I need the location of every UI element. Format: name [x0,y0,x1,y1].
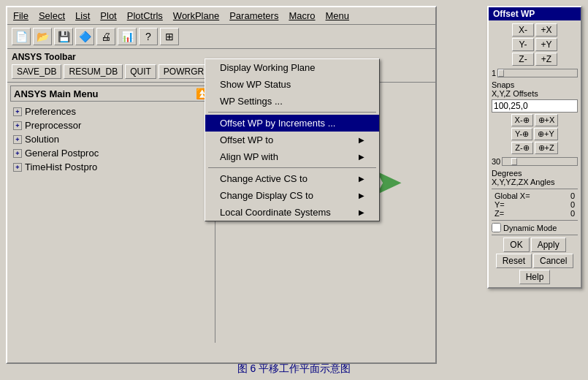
expand-icon-timehist: + [13,163,22,172]
menu-align-wp-with[interactable]: Align WP with ▶ [205,148,379,165]
menu-display-working-plane[interactable]: Display Working Plane [205,59,379,76]
submenu-arrow-offset-to: ▶ [359,136,364,144]
expand-icon-preprocessor: + [13,121,22,130]
global-x-val: 0 [570,191,575,200]
wp-title-bar: Offset WP [489,7,581,20]
wp-xrot-minus[interactable]: X-⊕ [511,114,533,126]
separator-1 [208,112,376,113]
degrees-slider[interactable] [502,157,578,166]
ansys-main-window: File Select List Plot PlotCtrls WorkPlan… [6,6,437,364]
wp-xrot-plus[interactable]: ⊕+X [535,114,559,126]
menu-plotctrls[interactable]: PlotCtrls [126,10,164,21]
menu-plot[interactable]: Plot [99,10,118,21]
menu-file[interactable]: File [12,10,30,21]
tree-general-postproc[interactable]: + General Postproc [10,146,212,160]
offset-wp-panel: Offset WP X- +X Y- +Y Z- +Z 1 Snaps X,Y,… [487,6,582,289]
menu-workplane[interactable]: WorkPlane [172,10,221,21]
toolbar-area: 📄 📂 💾 🔷 🖨 📊 ? ⊞ [7,25,435,49]
save-db-button[interactable]: SAVE_DB [12,64,61,79]
tree-preferences[interactable]: + Preferences [10,104,212,118]
bottom-caption: 图 6 平移工作平面示意图 [0,362,588,376]
menu-change-display-cs[interactable]: Change Display CS to ▶ [205,187,379,204]
wp-y-minus[interactable]: Y- [512,38,534,51]
dynamic-mode-row: Dynamic Mode [492,223,578,232]
wp-rot-z-row: Z-⊕ ⊕+Z [492,142,578,154]
wp-separator-2 [492,220,578,221]
wp-z-minus[interactable]: Z- [512,53,534,66]
menu-list[interactable]: List [74,10,91,21]
menu-menu[interactable]: Menu [324,10,351,21]
toolbar-help[interactable]: ? [139,28,158,45]
expand-icon-preferences: + [13,107,22,116]
wp-zrot-minus[interactable]: Z-⊕ [511,142,532,154]
wp-rot-y-row: Y-⊕ ⊕+Y [492,128,578,140]
resum-db-button[interactable]: RESUM_DB [64,64,123,79]
menu-offset-wp-to[interactable]: Offset WP to ▶ [205,132,379,148]
wp-reset-button[interactable]: Reset [496,254,532,268]
global-z-label: Z= [495,209,504,218]
global-y-label: Y= [495,200,505,209]
menu-wp-settings[interactable]: WP Settings ... [205,93,379,110]
main-menu-header: ANSYS Main Menu ⏫ [10,86,212,102]
submenu-arrow-display-cs: ▶ [359,191,364,200]
toolbar-open[interactable]: 📂 [33,28,52,45]
wp-help-button[interactable]: Help [519,270,551,284]
degrees-label: Degrees [492,169,578,178]
wp-y-row: Y- +Y [492,38,578,51]
wp-yrot-plus[interactable]: ⊕+Y [534,128,558,140]
workplane-dropdown: Display Working Plane Show WP Status WP … [205,58,380,221]
toolbar-save[interactable]: 💾 [54,28,73,45]
tree-timehist-postpro[interactable]: + TimeHist Postpro [10,160,212,174]
main-menu-title: ANSYS Main Menu [14,88,99,99]
toolbar-blue[interactable]: 🔷 [75,28,94,45]
wp-rot-x-row: X-⊕ ⊕+X [492,114,578,126]
slider-value-label: 1 [492,69,496,77]
xyz-offsets-label: X,Y,Z Offsets [492,89,578,98]
global-y-row: Y= 0 [492,200,578,209]
dynamic-mode-checkbox[interactable] [492,223,501,232]
tree-label-preferences: Preferences [25,106,76,117]
tree-label-preprocessor: Preprocessor [25,120,81,131]
wp-x-minus[interactable]: X- [512,23,534,37]
menu-show-wp-status[interactable]: Show WP Status [205,76,379,93]
wp-yrot-minus[interactable]: Y-⊕ [511,128,532,140]
wp-z-plus[interactable]: +Z [535,53,557,66]
tree-label-general-postproc: General Postproc [25,148,99,159]
wp-z-row: Z- +Z [492,53,578,66]
global-y-val: 0 [570,200,575,209]
snaps-slider[interactable] [497,69,578,77]
xyz-offsets-input[interactable] [492,99,578,113]
wp-cancel-button[interactable]: Cancel [533,254,573,268]
submenu-arrow-align-wp: ▶ [359,153,364,161]
toolbar-new[interactable]: 📄 [12,28,31,45]
tree-label-solution: Solution [25,134,59,145]
wp-help-row: Help [492,270,578,284]
wp-zrot-plus[interactable]: ⊕+Z [535,142,558,154]
tree-label-timehist: TimeHist Postpro [25,162,97,172]
menu-bar: File Select List Plot PlotCtrls WorkPlan… [7,7,435,25]
expand-icon-solution: + [13,135,22,144]
wp-ok-button[interactable]: OK [503,238,529,252]
menu-offset-wp-increments[interactable]: Offset WP by Increments ... [205,115,379,132]
wp-x-plus[interactable]: +X [535,23,557,37]
submenu-arrow-active-cs: ▶ [359,175,364,183]
wp-y-plus[interactable]: +Y [535,38,557,51]
tree-preprocessor[interactable]: + Preprocessor [10,118,212,132]
menu-parameters[interactable]: Parameters [228,10,280,21]
menu-select[interactable]: Select [37,10,66,21]
left-panel: ANSYS Main Menu ⏫ + Preferences + Prepro… [7,83,215,343]
menu-change-active-cs[interactable]: Change Active CS to ▶ [205,170,379,187]
dynamic-mode-label: Dynamic Mode [503,224,557,232]
global-z-row: Z= 0 [492,209,578,218]
tree-solution[interactable]: + Solution [10,132,212,146]
wp-separator-1 [492,189,578,189]
toolbar-chart[interactable]: 📊 [118,28,137,45]
wp-ok-apply-row: OK Apply [492,238,578,252]
wp-apply-button[interactable]: Apply [531,238,566,252]
wp-separator-3 [492,235,578,235]
quit-button[interactable]: QUIT [125,64,156,79]
toolbar-grid[interactable]: ⊞ [160,28,179,45]
menu-macro[interactable]: Macro [287,10,316,21]
toolbar-print[interactable]: 🖨 [96,28,115,45]
menu-local-coord-systems[interactable]: Local Coordinate Systems ▶ [205,204,379,221]
